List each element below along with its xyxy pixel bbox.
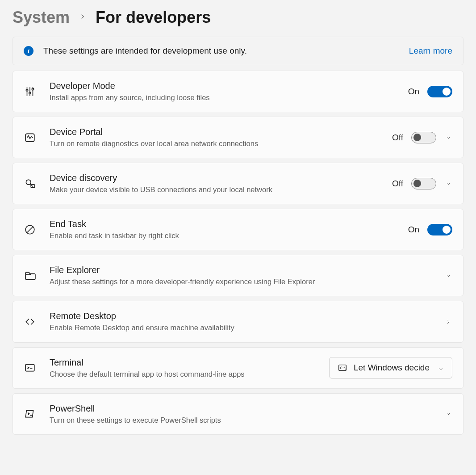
terminal-dropdown[interactable]: C:\ Let Windows decide <box>329 357 452 378</box>
setting-device-discovery[interactable]: Device discovery Make your device visibl… <box>13 163 463 204</box>
chevron-down-icon <box>444 180 452 188</box>
device-portal-icon <box>24 131 36 144</box>
setting-file-explorer[interactable]: File Explorer Adjust these settings for … <box>13 255 463 296</box>
console-icon: C:\ <box>338 363 347 373</box>
setting-remote-desktop[interactable]: Remote Desktop Enable Remote Desktop and… <box>13 301 463 342</box>
device-discovery-toggle[interactable] <box>411 178 436 189</box>
chevron-down-icon <box>444 134 452 142</box>
setting-title: Remote Desktop <box>50 310 444 322</box>
remote-desktop-icon <box>24 315 36 328</box>
chevron-right-icon <box>444 318 452 326</box>
setting-subtitle: Enable Remote Desktop and ensure machine… <box>50 323 444 333</box>
terminal-icon <box>24 362 36 374</box>
setting-terminal: Terminal Choose the default terminal app… <box>13 347 463 389</box>
toggle-label: Off <box>392 133 403 143</box>
svg-line-8 <box>27 227 33 232</box>
end-task-toggle[interactable] <box>427 224 452 235</box>
setting-powershell[interactable]: PowerShell Turn on these settings to exe… <box>13 393 463 435</box>
learn-more-link[interactable]: Learn more <box>409 46 452 56</box>
file-explorer-icon <box>24 269 36 282</box>
setting-device-portal[interactable]: Device Portal Turn on remote diagnostics… <box>13 117 463 158</box>
setting-end-task: End Task Enable end task in taskbar by r… <box>13 209 463 250</box>
setting-subtitle: Turn on remote diagnostics over local ar… <box>50 139 392 149</box>
svg-rect-3 <box>25 134 34 141</box>
chevron-down-icon <box>438 365 444 371</box>
breadcrumb-parent[interactable]: System <box>13 8 70 27</box>
developer-mode-toggle[interactable] <box>427 86 452 97</box>
setting-title: PowerShell <box>50 403 444 414</box>
setting-subtitle: Install apps from any source, including … <box>50 92 408 103</box>
info-text: These settings are intended for developm… <box>43 46 409 56</box>
toggle-label: On <box>408 87 419 97</box>
svg-rect-10 <box>25 365 34 371</box>
end-task-icon <box>24 223 36 236</box>
svg-point-2 <box>32 88 33 90</box>
setting-title: File Explorer <box>50 264 444 276</box>
setting-subtitle: Adjust these settings for a more develop… <box>50 277 444 287</box>
setting-developer-mode: Developer Mode Install apps from any sou… <box>13 71 463 112</box>
setting-title: Terminal <box>50 357 329 368</box>
developer-mode-icon <box>24 85 36 98</box>
toggle-label: On <box>408 225 419 235</box>
svg-point-1 <box>29 92 31 94</box>
powershell-icon <box>24 408 36 420</box>
breadcrumb: System For developers <box>13 8 463 27</box>
chevron-down-icon <box>444 410 452 418</box>
toggle-label: Off <box>392 179 403 189</box>
dropdown-value: Let Windows decide <box>354 363 430 373</box>
info-banner: i These settings are intended for develo… <box>13 37 463 65</box>
setting-subtitle: Enable end task in taskbar by right clic… <box>50 231 408 241</box>
device-portal-toggle[interactable] <box>411 132 436 143</box>
setting-title: Device Portal <box>50 126 392 138</box>
setting-subtitle: Turn on these settings to execute PowerS… <box>50 415 444 425</box>
setting-title: Developer Mode <box>50 80 408 92</box>
setting-subtitle: Make your device visible to USB connecti… <box>50 185 392 195</box>
svg-point-0 <box>26 89 28 91</box>
info-icon: i <box>24 46 33 56</box>
chevron-right-icon <box>79 13 87 23</box>
svg-text:C:\: C:\ <box>340 366 346 370</box>
chevron-down-icon <box>444 272 452 280</box>
setting-subtitle: Choose the default terminal app to host … <box>50 369 329 379</box>
device-discovery-icon <box>24 177 36 190</box>
setting-title: End Task <box>50 218 408 230</box>
setting-title: Device discovery <box>50 172 392 184</box>
svg-point-4 <box>26 180 31 185</box>
page-title: For developers <box>96 8 211 27</box>
